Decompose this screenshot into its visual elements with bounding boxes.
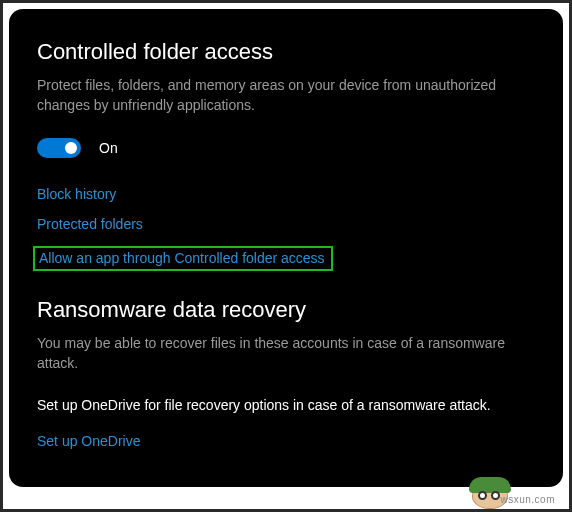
cfa-description: Protect files, folders, and memory areas… [37,75,535,116]
watermark-text: wsxun.com [500,494,555,505]
block-history-link[interactable]: Block history [37,186,535,202]
cfa-toggle-label: On [99,140,118,156]
cfa-toggle[interactable] [37,138,81,158]
controlled-folder-access-section: Controlled folder access Protect files, … [37,39,535,293]
allow-app-link[interactable]: Allow an app through Controlled folder a… [33,246,333,271]
cfa-toggle-row: On [37,138,535,158]
cfa-title: Controlled folder access [37,39,535,65]
rdr-title: Ransomware data recovery [37,297,535,323]
protected-folders-link[interactable]: Protected folders [37,216,535,232]
ransomware-recovery-section: Ransomware data recovery You may be able… [37,297,535,450]
rdr-instruction: Set up OneDrive for file recovery option… [37,395,535,415]
window-frame: Controlled folder access Protect files, … [0,0,572,512]
setup-onedrive-link[interactable]: Set up OneDrive [37,433,535,449]
rdr-description: You may be able to recover files in thes… [37,333,535,374]
settings-panel: Controlled folder access Protect files, … [9,9,563,487]
toggle-knob [65,142,77,154]
